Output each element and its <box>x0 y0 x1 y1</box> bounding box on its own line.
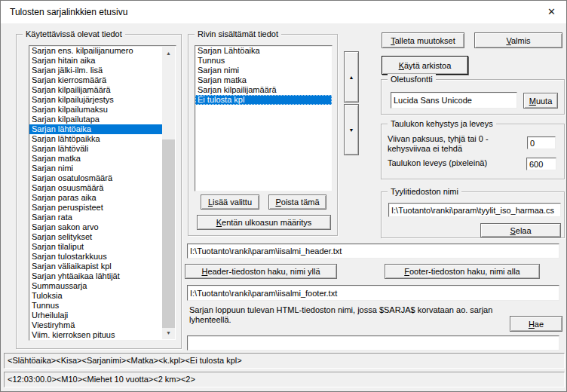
close-icon[interactable]: ✕ <box>547 6 556 18</box>
list-item[interactable]: Sarjan kilpailijamäärä <box>29 85 163 95</box>
line-width-label-1: Viivan paksuus, tyhjä tai 0 - <box>388 134 489 144</box>
list-item[interactable]: Tunnus <box>29 301 163 311</box>
row-data-group: Rivin sisältämät tiedot Sarjan Lähtöaika… <box>188 34 338 236</box>
list-item[interactable]: Tunnus <box>195 56 332 66</box>
window-title: Tulosten sarjalinkkien etusivu <box>10 7 127 17</box>
available-data-group-title: Käytettävissä olevat tiedot <box>23 29 125 39</box>
available-data-list[interactable]: ▲ ▼ Sarjan ens. kilpailijanumeroSarjan h… <box>29 45 176 341</box>
header-file-button[interactable]: Header-tiedoston haku, nimi yllä <box>185 264 337 279</box>
default-font-group-title: Oletusfontti <box>388 74 436 84</box>
list-item[interactable]: Ei tulosta kpl <box>195 95 332 105</box>
list-item[interactable]: Sarjan väliaikapist kpl <box>29 262 163 271</box>
list-item[interactable]: Sarjan peruspisteet <box>29 203 163 213</box>
table-frame-group-title: Taulukon kehystys ja leveys <box>388 118 496 129</box>
title-bar: Tulosten sarjalinkkien etusivu ✕ <box>1 1 566 23</box>
html-file-input[interactable] <box>187 335 559 351</box>
table-frame-group: Taulukon kehystys ja leveys Viivan paksu… <box>381 124 565 179</box>
line-width-input[interactable] <box>527 136 556 149</box>
style-file-group-title: Tyylitiedoston nimi <box>388 186 461 197</box>
use-archive-button[interactable]: Käytä arkistoa <box>382 56 468 75</box>
list-item[interactable]: Sarjan tulostarkkuus <box>29 252 163 262</box>
list-item[interactable]: Viestiryhmä <box>29 320 163 330</box>
html-file-hint: Sarjan loppuun tulevan HTML-tiedoston ni… <box>189 305 506 325</box>
remove-this-button[interactable]: Poista tämä <box>268 194 326 210</box>
default-font-group: Oletusfontti Muuta <box>381 79 565 115</box>
list-item[interactable]: Sarjan osuusmäärä <box>29 183 163 193</box>
list-item[interactable]: Tuloksia <box>29 291 163 301</box>
scroll-up-icon[interactable]: ▲ <box>162 47 175 60</box>
list-item[interactable]: Sarjan rata <box>29 213 163 222</box>
up-arrow-icon: ▲ <box>349 75 354 80</box>
list-item[interactable]: Sarjan kilpailutapa <box>29 115 163 124</box>
move-down-button[interactable]: ▼ <box>344 104 359 155</box>
list-item[interactable]: Sarjan jälki-ilm. lisä <box>29 66 163 75</box>
footer-file-button[interactable]: Footer-tiedoston haku, nimi alla <box>385 264 540 279</box>
table-width-label: Taulukon leveys (pixeleinä) <box>388 158 487 168</box>
list-item[interactable]: Sarjan sakon arvo <box>29 222 163 232</box>
scrollbar[interactable]: ▲ ▼ <box>162 47 175 339</box>
fetch-button[interactable]: Hae <box>510 316 562 332</box>
field-layout-button[interactable]: Kentän ulkoasun määritys <box>197 215 331 230</box>
list-item[interactable]: Viim. kierroksen pituus <box>29 330 163 340</box>
scrollbar-thumb[interactable] <box>162 139 175 328</box>
list-item[interactable]: Sarjan osatulosmäärä <box>29 173 163 183</box>
dialog-window: Tulosten sarjalinkkien etusivu ✕ Käytett… <box>0 0 567 392</box>
available-data-group: Käytettävissä olevat tiedot ▲ ▼ Sarjan e… <box>16 34 182 349</box>
move-up-button[interactable]: ▲ <box>344 51 359 103</box>
style-file-input[interactable] <box>388 203 561 217</box>
list-item[interactable]: Sarjan matka <box>29 154 163 164</box>
list-item[interactable]: Sarjan lähtöväli <box>29 144 163 154</box>
list-item[interactable]: Sarjan kilpailujärjestys <box>29 95 163 105</box>
default-font-input[interactable] <box>391 92 517 109</box>
down-arrow-icon: ▼ <box>349 127 354 133</box>
list-item[interactable]: Sarjan ens. kilpailijanumero <box>29 46 163 56</box>
save-changes-button[interactable]: Talleta muutokset <box>382 32 464 48</box>
add-selected-button[interactable]: Lisää valittu <box>201 194 259 210</box>
row-data-list[interactable]: Sarjan LähtöaikaTunnusSarjan nimiSarjan … <box>195 45 333 191</box>
status-values-bar: <12:03:00.0><M10><Miehet 10 vuotta><2 km… <box>4 372 565 387</box>
list-item[interactable]: Sarjan kilpailijamäärä <box>195 85 332 95</box>
scroll-down-icon[interactable]: ▼ <box>162 326 175 339</box>
list-item[interactable]: Urheilulaji <box>29 311 163 320</box>
list-item[interactable]: Sarjan lähtöpaikka <box>29 134 163 144</box>
list-item[interactable]: Sarjan tilaliput <box>29 242 163 252</box>
list-item[interactable]: Sarjan selitykset <box>29 232 163 242</box>
row-data-group-title: Rivin sisältämät tiedot <box>195 29 281 39</box>
list-item[interactable]: Sarjan Lähtöaika <box>195 46 332 56</box>
browse-button[interactable]: Selaa <box>480 223 561 237</box>
list-item[interactable]: Sarjan hitain aika <box>29 56 163 66</box>
list-item[interactable]: Summaussarja <box>29 281 163 291</box>
line-width-label-2: kehysviivaa ei tehdä <box>388 144 462 154</box>
footer-file-input[interactable] <box>187 285 559 301</box>
list-item[interactable]: Sarjan nimi <box>29 164 163 173</box>
list-item[interactable]: Sarjan paras aika <box>29 193 163 203</box>
status-fields-bar: <Slähtöaika><Kisa><Sarjanimi><Matka><k.k… <box>4 353 565 369</box>
table-width-input[interactable] <box>526 158 556 170</box>
list-item[interactable]: Sarjan kierrosmäärä <box>29 75 163 85</box>
header-file-input[interactable] <box>187 243 559 259</box>
list-item[interactable]: Sarjan kilpailumaksu <box>29 105 163 115</box>
list-item[interactable]: Sarjan matka <box>195 75 332 85</box>
list-item[interactable]: Sarjan lähtöaika <box>29 124 163 134</box>
list-item[interactable]: Sarjan nimi <box>195 66 332 75</box>
list-item[interactable]: Sarjan yhtäaikaa lähtijät <box>29 271 163 281</box>
style-file-group: Tyylitiedoston nimi Selaa <box>381 191 565 238</box>
done-button[interactable]: Valmis <box>474 32 562 48</box>
change-font-button[interactable]: Muuta <box>523 93 558 109</box>
